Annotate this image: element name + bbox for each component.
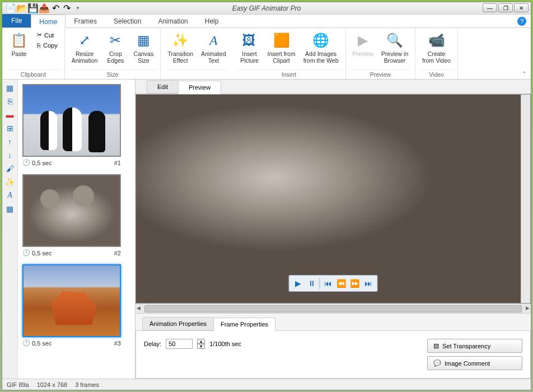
tool-grid-icon[interactable]: ▦: [3, 203, 17, 215]
qat-dropdown-icon[interactable]: ▼: [73, 3, 83, 13]
help-icon[interactable]: ?: [517, 17, 526, 26]
set-transparency-button[interactable]: ▧Set Transparency: [427, 339, 522, 353]
pause-icon[interactable]: ⏸: [306, 278, 317, 289]
create-from-video-button[interactable]: 📹Create from Video: [420, 30, 453, 65]
clipart-icon: 🟧: [273, 31, 291, 49]
cut-label: Cut: [44, 32, 54, 39]
ribbon-group-size: ⤢Resize Animation ✂Crop Edges ▦Canvas Si…: [65, 28, 161, 79]
tool-wand-icon[interactable]: ✨: [3, 176, 17, 188]
ribbon-collapse-icon[interactable]: ⌃: [522, 71, 526, 77]
close-button[interactable]: ✕: [514, 3, 529, 12]
cut-button[interactable]: ✂Cut: [35, 30, 60, 40]
preview-label: Preview: [353, 50, 373, 57]
scroll-right-icon[interactable]: ▶: [526, 305, 530, 311]
comment-icon: 💬: [433, 360, 441, 367]
insert-picture-button[interactable]: 🖼Insert Picture: [237, 30, 261, 65]
canvas-size-button[interactable]: ▦Canvas Size: [131, 30, 156, 65]
tool-paint-icon[interactable]: 🖌: [3, 162, 17, 175]
preview-canvas: ▶ ⏸ ⏮ ⏪ ⏩ ⏭: [135, 94, 531, 304]
tab-frame-properties[interactable]: Frame Properties: [213, 318, 275, 331]
tool-frame-del-icon[interactable]: ▬: [3, 109, 17, 121]
qat-export-icon[interactable]: 📤: [39, 3, 49, 13]
insert-picture-label: Insert Picture: [240, 50, 259, 64]
resize-animation-button[interactable]: ⤢Resize Animation: [69, 30, 100, 65]
properties-tabs: Animation Properties Frame Properties: [135, 314, 531, 331]
frame-duration: 0,5 sec: [32, 250, 52, 256]
video-label: Create from Video: [422, 50, 451, 64]
status-dimensions: 1024 x 768: [37, 381, 67, 388]
delay-row: Delay: ▲ ▼ 1/100th sec: [144, 339, 241, 349]
image-comment-button[interactable]: 💬Image Comment: [427, 356, 522, 370]
horizontal-scrollbar[interactable]: ◀ ▶: [135, 304, 531, 313]
main-area: ▦ ⎘ ▬ ⊞ ↑ ↓ 🖌 ✨ A ▦ 🕐0,5 sec #1 🕐0,5: [2, 80, 531, 379]
tool-frame-merge-icon[interactable]: ⊞: [3, 122, 17, 134]
crop-edges-button[interactable]: ✂Crop Edges: [103, 30, 128, 65]
scroll-left-icon[interactable]: ◀: [137, 305, 141, 311]
tab-animation-properties[interactable]: Animation Properties: [142, 317, 214, 330]
tab-edit[interactable]: Edit: [147, 80, 179, 94]
transition-label: Transition Effect: [167, 50, 193, 64]
minimize-button[interactable]: —: [483, 3, 497, 12]
add-web-images-button[interactable]: 🌐Add Images from the Web: [301, 30, 341, 65]
separator: [320, 278, 320, 289]
resize-label: Resize Animation: [72, 50, 98, 64]
comment-label: Image Comment: [445, 360, 490, 367]
paste-button[interactable]: 📋 Paste: [7, 30, 31, 58]
frame-thumb[interactable]: 🕐0,5 sec #1: [22, 84, 130, 166]
tool-frame-dup-icon[interactable]: ⎘: [3, 95, 17, 108]
delay-spinner: ▲ ▼: [197, 339, 205, 349]
frame-thumb[interactable]: 🕐0,5 sec #2: [22, 174, 130, 256]
tool-move-down-icon[interactable]: ↓: [3, 149, 17, 161]
animated-text-button[interactable]: AAnimated Text: [199, 30, 228, 65]
file-tab[interactable]: File: [2, 14, 31, 27]
tool-text-icon[interactable]: A: [3, 189, 17, 202]
preview-browser-button[interactable]: 🔍Preview in Browser: [379, 30, 410, 65]
copy-button[interactable]: ⎘Copy: [35, 41, 60, 50]
crop-label: Crop Edges: [107, 50, 124, 64]
next-frame-icon[interactable]: ⏩: [349, 278, 361, 289]
last-frame-icon[interactable]: ⏭: [363, 278, 374, 289]
qat-redo-icon[interactable]: ↷: [62, 3, 72, 13]
delay-input[interactable]: [166, 339, 193, 349]
tab-animation[interactable]: Animation: [149, 14, 196, 27]
size-group-title: Size: [69, 69, 156, 79]
ribbon-group-effects: ✨Transition Effect AAnimated Text: [161, 28, 232, 79]
first-frame-icon[interactable]: ⏮: [322, 278, 334, 289]
tool-strip: ▦ ⎘ ▬ ⊞ ↑ ↓ 🖌 ✨ A ▦: [2, 80, 18, 379]
prev-frame-icon[interactable]: ⏪: [336, 278, 347, 289]
qat-undo-icon[interactable]: ↶: [50, 3, 60, 13]
qat-open-icon[interactable]: 📂: [17, 3, 27, 13]
tool-move-up-icon[interactable]: ↑: [3, 136, 17, 148]
tab-selection[interactable]: Selection: [105, 14, 149, 27]
frame-meta: 🕐0,5 sec #2: [22, 249, 121, 256]
frame-meta: 🕐0,5 sec #3: [22, 339, 121, 347]
tab-preview[interactable]: Preview: [178, 81, 221, 94]
video-icon: 📹: [428, 31, 446, 49]
play-icon[interactable]: ▶: [293, 278, 304, 289]
frame-index: #1: [114, 160, 121, 166]
tab-frames[interactable]: Frames: [66, 14, 105, 27]
scissors-icon: ✂: [37, 31, 42, 39]
insert-clipart-button[interactable]: 🟧Insert from Clipart: [265, 30, 297, 65]
scroll-thumb[interactable]: [144, 305, 522, 312]
preview-button[interactable]: ▶Preview: [350, 30, 376, 58]
spinner-down-icon[interactable]: ▼: [197, 344, 205, 349]
ribbon-group-video: 📹Create from Video Video: [415, 28, 458, 79]
clock-icon: 🕐: [22, 339, 30, 347]
tool-frame-add-icon[interactable]: ▦: [3, 82, 17, 94]
qat-save-icon[interactable]: 💾: [28, 3, 38, 13]
qat-new-icon[interactable]: 📄: [6, 3, 16, 13]
frames-panel: 🕐0,5 sec #1 🕐0,5 sec #2 🕐0,5 sec #3: [18, 80, 135, 379]
maximize-button[interactable]: ❐: [498, 3, 513, 12]
tab-home[interactable]: Home: [31, 15, 66, 28]
frame-image-1: [22, 84, 121, 157]
spinner-up-icon[interactable]: ▲: [197, 339, 205, 344]
app-title: Easy GIF Animator Pro: [232, 4, 301, 12]
preview-browser-label: Preview in Browser: [381, 50, 408, 64]
tab-help[interactable]: Help: [197, 14, 227, 27]
frame-thumb[interactable]: 🕐0,5 sec #3: [22, 264, 130, 347]
quick-access-toolbar: 📄 📂 💾 📤 ↶ ↷ ▼: [2, 3, 83, 13]
transition-effect-button[interactable]: ✨Transition Effect: [165, 30, 195, 65]
vertical-scrollbar[interactable]: [521, 95, 530, 303]
frame-index: #3: [114, 340, 121, 347]
